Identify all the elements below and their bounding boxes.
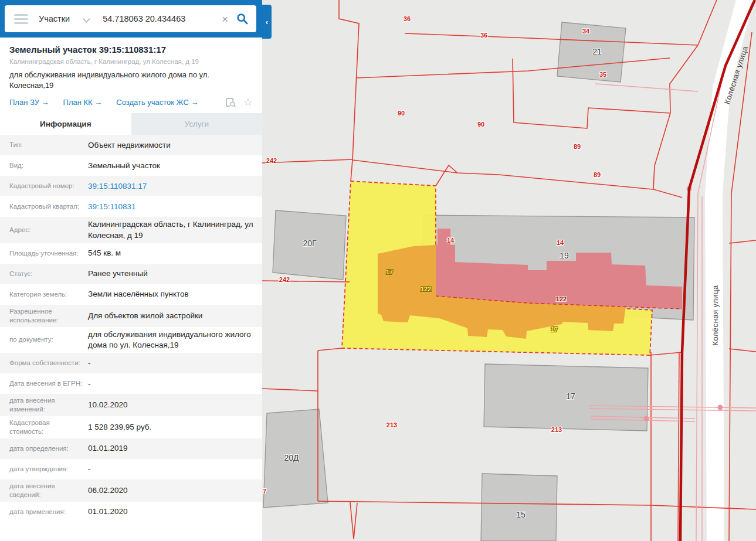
- magnifier-icon: [236, 13, 248, 25]
- chevron-down-icon: [84, 16, 90, 22]
- info-row: Площадь уточненная:545 кв. м: [0, 243, 262, 264]
- object-description: для обслуживания индивидуального жилого …: [9, 70, 247, 91]
- info-row: дата применения:01.01.2020: [0, 502, 262, 522]
- action-links-row: План ЗУ →План КК →Создать участок ЖС → ☆: [9, 97, 253, 107]
- info-row-value: Для объектов жилой застройки: [88, 311, 262, 321]
- info-row-label: дата определения:: [0, 444, 88, 453]
- info-table: Тип:Объект недвижимостиВид:Земельный уча…: [0, 135, 262, 522]
- sidebar-collapse-button[interactable]: ‹: [262, 5, 272, 39]
- info-row-value: Объект недвижимости: [88, 140, 262, 151]
- object-header: Земельный участок 39:15:110831:17 Калини…: [0, 38, 262, 113]
- info-row-label: дата применения:: [0, 508, 88, 516]
- info-row: дата определения:01.01.2019: [0, 438, 262, 459]
- info-row: по документу:для обслуживания индивидуал…: [0, 327, 262, 353]
- info-row: Разрешенное использование:Для объектов ж…: [0, 305, 262, 327]
- info-row-value: Земли населённых пунктов: [88, 289, 262, 300]
- info-row-label: Дата внесения в ЕГРН:: [0, 379, 88, 388]
- info-row: Адрес:Калининградская область, г Калинин…: [0, 217, 262, 243]
- info-sidebar: Участки × Земельный участок 39:15:110831…: [0, 0, 262, 541]
- info-row-value[interactable]: 39:15:110831: [88, 202, 262, 212]
- object-title: Земельный участок 39:15:110831:17: [9, 45, 253, 55]
- info-row: дата внесения изменений:10.02.2020: [0, 394, 262, 416]
- app-window: Участки × Земельный участок 39:15:110831…: [0, 0, 756, 541]
- search-input[interactable]: [103, 14, 216, 23]
- info-row: Кадастровая стоимость:1 528 239,95 руб.: [0, 416, 262, 438]
- action-link[interactable]: Создать участок ЖС →: [116, 98, 198, 107]
- map-canvas: [262, 0, 756, 541]
- info-row: дата внесения сведений:06.02.2020: [0, 479, 262, 502]
- search-button[interactable]: [234, 13, 256, 25]
- search-category-dropdown[interactable]: Участки: [39, 14, 90, 23]
- info-row-label: Адрес:: [0, 226, 88, 234]
- info-row: Тип:Объект недвижимости: [0, 135, 262, 155]
- info-row-label: по документу:: [0, 335, 88, 344]
- info-row-label: дата внесения изменений:: [0, 396, 88, 414]
- info-row-value: 01.01.2020: [88, 506, 262, 517]
- document-preview-icon[interactable]: [225, 97, 236, 107]
- search-category-label: Участки: [39, 14, 70, 23]
- info-row: Категория земель:Земли населённых пункто…: [0, 284, 262, 305]
- clear-search-icon[interactable]: ×: [216, 13, 234, 25]
- info-row-label: Кадастровый квартал:: [0, 202, 88, 211]
- info-row: Вид:Земельный участок: [0, 155, 262, 176]
- building-15[interactable]: [481, 474, 557, 541]
- info-row-value: 01.01.2019: [88, 443, 262, 454]
- info-row-label: Статус:: [0, 270, 88, 278]
- action-links: План ЗУ →План КК →Создать участок ЖС →: [9, 98, 212, 107]
- info-row-value: Ранее учтенный: [88, 268, 262, 279]
- info-row-value[interactable]: 39:15:110831:17: [88, 181, 262, 192]
- action-link[interactable]: План ЗУ →: [9, 98, 49, 107]
- building-17[interactable]: [484, 364, 648, 431]
- info-row-value: Земельный участок: [88, 161, 262, 171]
- info-row-label: Разрешенное использование:: [0, 307, 88, 325]
- info-row-value: -: [88, 379, 262, 389]
- building-20g[interactable]: [273, 210, 346, 280]
- header-icons: ☆: [225, 97, 253, 107]
- tab-information[interactable]: Информация: [0, 113, 131, 135]
- info-row: Форма собственности:-: [0, 353, 262, 373]
- favorite-star-icon[interactable]: ☆: [243, 97, 253, 107]
- search-bar: Участки ×: [0, 0, 262, 38]
- info-row-label: Площадь уточненная:: [0, 249, 88, 258]
- panel-tabs: Информация Услуги: [0, 113, 262, 135]
- info-row-value: -: [88, 464, 262, 474]
- object-address-subtitle: Калининградская область, г Калининград, …: [9, 58, 253, 65]
- info-row-label: дата внесения сведений:: [0, 482, 88, 499]
- cadastral-map[interactable]: 36363421359090898924224220Г1414191712212…: [262, 0, 756, 541]
- info-row-label: Вид:: [0, 161, 88, 170]
- info-row-value: -: [88, 358, 262, 369]
- info-row-value: Калининградская область, г Калининград, …: [88, 219, 262, 240]
- info-row-label: Кадастровый номер:: [0, 182, 88, 190]
- info-row-value: 10.02.2020: [88, 400, 262, 410]
- search-box: Участки ×: [5, 5, 256, 32]
- tab-services[interactable]: Услуги: [131, 113, 263, 135]
- building-21[interactable]: [557, 22, 626, 82]
- info-row-label: Форма собственности:: [0, 359, 88, 368]
- info-row-value: для обслуживания индивидуального жилого …: [88, 329, 262, 351]
- info-row-value: 1 528 239,95 руб.: [88, 422, 262, 433]
- info-row: Кадастровый номер:39:15:110831:17: [0, 176, 262, 196]
- info-row-value: 06.02.2020: [88, 485, 262, 496]
- info-row: Кадастровый квартал:39:15:110831: [0, 196, 262, 217]
- action-link[interactable]: План КК →: [63, 98, 103, 107]
- info-row-label: Кадастровая стоимость:: [0, 418, 88, 436]
- info-row-label: Категория земель:: [0, 290, 88, 299]
- menu-icon[interactable]: [14, 12, 28, 26]
- info-row: дата утверждения:-: [0, 459, 262, 479]
- info-row: Дата внесения в ЕГРН:-: [0, 373, 262, 394]
- info-row-label: дата утверждения:: [0, 465, 88, 474]
- info-row-value: 545 кв. м: [88, 248, 262, 258]
- info-row: Статус:Ранее учтенный: [0, 264, 262, 284]
- info-row-label: Тип:: [0, 141, 88, 149]
